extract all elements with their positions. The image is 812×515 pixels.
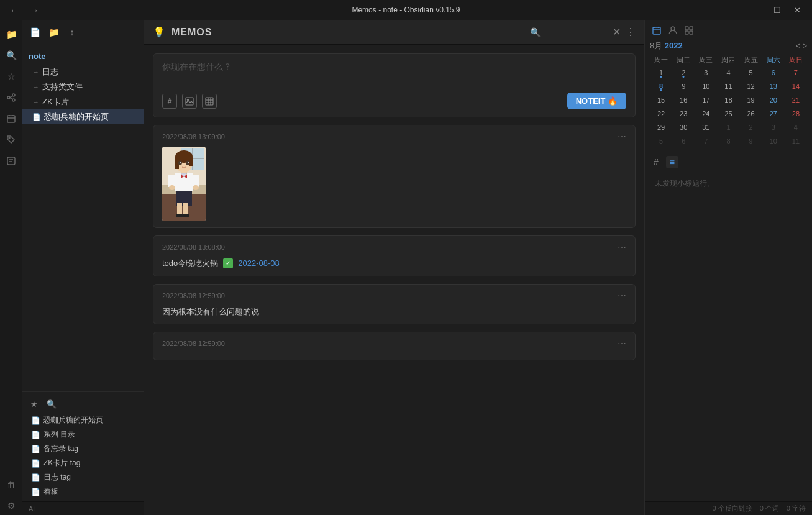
cal-day[interactable]: 22 [650,107,672,121]
cal-day[interactable]: 8 [717,134,739,148]
cal-day[interactable]: 9 [740,134,762,148]
forward-button[interactable]: → [27,4,42,16]
cal-day[interactable]: 18 [717,93,739,107]
starred-icon[interactable]: ★ [27,397,41,411]
cal-day[interactable]: 13 [762,80,785,93]
cal-day[interactable]: 28 [785,107,807,121]
cal-day[interactable]: 5 [740,66,762,80]
window-close-button[interactable]: ✕ [788,3,806,17]
memo-more-button[interactable]: ⋯ [618,132,626,142]
cal-day[interactable]: 3 [695,66,717,80]
tags-list-tab[interactable]: ≡ [666,156,678,168]
sort-button[interactable]: ↕ [65,25,80,40]
back-button[interactable]: ← [6,4,22,16]
hash-tool-button[interactable]: # [162,94,177,109]
app-body: 📁 🔍 ☆ 🗑 ⚙ [0,20,812,515]
cal-day[interactable]: 19 [740,93,762,107]
calendar-icon[interactable] [650,24,664,37]
cal-day[interactable]: 21 [785,93,807,107]
sidebar-item-diary[interactable]: → 日志 [22,65,144,80]
cal-day[interactable]: 30 [672,121,695,134]
memo-more-button[interactable]: ⋯ [618,339,626,349]
minimize-button[interactable]: — [749,3,766,17]
cal-day[interactable]: 24 [695,107,717,121]
memos-more-button[interactable]: ⋮ [626,26,636,38]
calendar-next-button[interactable]: > [803,42,807,50]
memo-more-button[interactable]: ⋯ [618,291,626,301]
memos-close-button[interactable]: ✕ [613,26,621,38]
table-tool-button[interactable] [202,94,217,109]
cal-day[interactable]: 23 [672,107,695,121]
cal-day[interactable]: 31 [695,121,717,134]
cal-day[interactable]: 11 [785,134,807,148]
cal-day[interactable]: 6 [672,134,695,148]
cal-day[interactable]: 29 [650,121,672,134]
starred-item-0[interactable]: 📄 恐咖兵糖的开始页 [22,413,144,427]
rail-icon-files[interactable]: 📁 [2,25,21,43]
memo-more-button[interactable]: ⋯ [618,242,626,252]
rail-icon-search[interactable]: 🔍 [2,46,21,65]
rail-icon-memos[interactable] [2,152,21,170]
cal-day[interactable]: 14 [785,80,807,93]
cal-day[interactable]: 10 [695,80,717,93]
cal-day[interactable]: 9 [672,80,695,93]
memo-image[interactable] [162,147,206,221]
cal-day[interactable]: 20 [762,93,785,107]
svg-rect-55 [685,31,688,34]
cal-day[interactable]: 12 [740,80,762,93]
titlebar-title: Memos - note - Obsidian v0.15.9 [352,6,460,14]
cal-day[interactable]: 6 [762,66,785,80]
rail-icon-calendar[interactable] [2,109,21,128]
memo-date-link[interactable]: 2022-08-08 [238,257,280,270]
sidebar-item-zk[interactable]: → ZK卡片 [22,94,144,109]
memos-search-icon[interactable]: 🔍 [530,27,541,37]
compose-input[interactable]: 你现在在想什么？ [162,62,626,86]
starred-search-button[interactable]: 🔍 [45,397,58,411]
cal-day[interactable]: 2 [672,66,695,80]
calendar-month-year-display: 8月 2022 [650,41,683,50]
new-folder-button[interactable]: 📁 [46,25,61,40]
starred-item-1[interactable]: 📄 系列 目录 [22,427,144,442]
new-file-button[interactable]: 📄 [27,25,42,40]
starred-item-5[interactable]: 📄 看板 [22,485,144,499]
cal-day[interactable]: 26 [740,107,762,121]
maximize-button[interactable]: ☐ [769,3,786,17]
cal-day[interactable]: 10 [762,134,785,148]
memo-timestamp: 2022/08/08 12:59:00 [162,340,225,347]
cal-day[interactable]: 3 [762,121,785,134]
cal-day[interactable]: 1 [650,66,672,80]
cal-day[interactable]: 17 [695,93,717,107]
sidebar-item-support[interactable]: → 支持类文件 [22,80,144,94]
starred-item-2[interactable]: 📄 备忘录 tag [22,442,144,456]
cal-day[interactable]: 15 [650,93,672,107]
tags-hash-tab[interactable]: # [650,156,662,168]
cal-day[interactable]: 7 [695,134,717,148]
cal-day[interactable]: 7 [785,66,807,80]
cal-day[interactable]: 16 [672,93,695,107]
grid-icon[interactable] [682,24,696,37]
rail-icon-tags[interactable] [2,130,21,149]
rail-icon-starred[interactable]: ☆ [2,67,21,86]
person-icon[interactable] [666,24,680,37]
cal-day[interactable]: 4 [717,66,739,80]
cal-day[interactable]: 4 [785,121,807,134]
starred-item-4[interactable]: 📄 日志 tag [22,470,144,485]
cal-day[interactable]: 27 [762,107,785,121]
cal-day[interactable]: 11 [717,80,739,93]
calendar-prev-button[interactable]: < [796,42,800,50]
noteit-button[interactable]: NOTEIT 🔥 [567,93,626,109]
sidebar-item-homepage[interactable]: 📄 恐咖兵糖的开始页 [22,109,144,124]
rail-icon-graph[interactable] [2,88,21,107]
image-tool-button[interactable] [182,94,197,109]
starred-item-3[interactable]: 📄 ZK卡片 tag [22,456,144,470]
sidebar-item-label: 支持类文件 [42,81,83,93]
rail-icon-trash[interactable]: 🗑 [2,475,21,494]
cal-day[interactable]: 1 [717,121,739,134]
cal-day[interactable]: 25 [717,107,739,121]
words-count: 0 个词 [760,504,779,513]
rail-icon-settings[interactable]: ⚙ [2,496,21,515]
cal-day[interactable]: 2 [740,121,762,134]
cal-day[interactable]: 5 [650,134,672,148]
cal-day-today[interactable]: 8 [650,80,672,93]
checkbox-done[interactable]: ✓ [223,258,233,268]
